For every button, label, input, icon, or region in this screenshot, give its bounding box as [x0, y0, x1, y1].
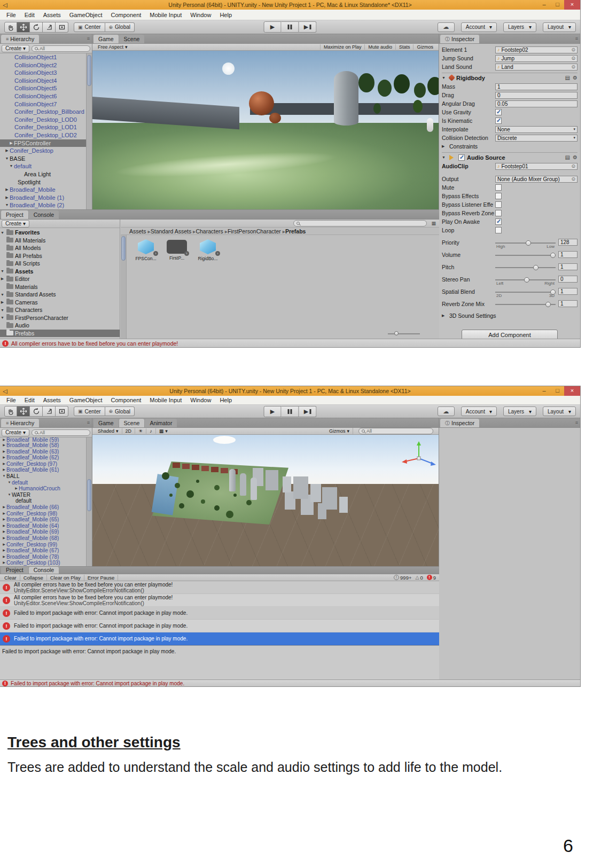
project-tree-item[interactable]: ▼Standard Assets: [0, 291, 120, 299]
layout-dropdown[interactable]: Layout▾: [543, 22, 576, 32]
menu-item[interactable]: Help: [215, 12, 236, 18]
slider-value[interactable]: 0: [558, 276, 577, 283]
fold-arrow-icon[interactable]: ▶: [4, 194, 10, 202]
object-picker-icon[interactable]: ⊙: [571, 56, 575, 61]
layers-dropdown[interactable]: Layers▾: [503, 406, 536, 416]
dropdown-field[interactable]: None▾: [495, 126, 577, 133]
pivot-toggle-button[interactable]: ▣Center: [74, 22, 105, 32]
create-button[interactable]: Create▾: [2, 220, 29, 228]
menu-item[interactable]: Assets: [39, 397, 65, 403]
fold-arrow-icon[interactable]: ▶: [2, 455, 6, 461]
gear-icon[interactable]: ⚙: [573, 154, 577, 160]
hierarchy-item[interactable]: ▼BALL: [0, 473, 86, 480]
game-view-button[interactable]: Maximize on Play: [320, 44, 365, 50]
fold-arrow-icon[interactable]: [9, 53, 14, 61]
tab-hierarchy[interactable]: ≡Hierarchy: [1, 35, 39, 43]
cloud-button[interactable]: ☁: [438, 406, 455, 416]
reference-icon[interactable]: ▤: [565, 154, 570, 160]
project-search-input[interactable]: [293, 220, 427, 226]
hierarchy-item[interactable]: ▶Broadleaf_Mobile (1): [0, 194, 86, 202]
checkbox[interactable]: [495, 184, 502, 191]
gear-icon[interactable]: ⚙: [573, 75, 577, 81]
rotate-tool-button[interactable]: [30, 22, 43, 33]
hierarchy-item[interactable]: Conifer_Desktop_LOD0: [0, 116, 86, 124]
fold-arrow-icon[interactable]: ▶: [2, 548, 6, 554]
pause-button[interactable]: [282, 406, 299, 417]
slider-value[interactable]: 1: [558, 263, 577, 270]
hierarchy-item[interactable]: ▶Broadleaf_Mobile (64): [0, 523, 86, 529]
project-tree-item[interactable]: ▼FirstPersonCharacter: [0, 314, 120, 322]
space-toggle-button[interactable]: ⊕Global: [105, 22, 135, 32]
scene-search-input[interactable]: All: [358, 428, 433, 434]
fold-arrow-icon[interactable]: [9, 84, 14, 92]
layout-dropdown[interactable]: Layout▾: [543, 406, 576, 416]
hierarchy-item[interactable]: ▶Broadleaf_Mobile (65): [0, 517, 86, 523]
fold-arrow-icon[interactable]: ▶: [4, 147, 10, 155]
fold-arrow-icon[interactable]: ▼: [0, 269, 5, 273]
pause-button[interactable]: [282, 21, 299, 33]
hand-tool-button[interactable]: [4, 22, 17, 33]
step-button[interactable]: ▶: [299, 406, 317, 417]
component-enabled-checkbox[interactable]: [458, 154, 465, 161]
hierarchy-item[interactable]: CollisionObject4: [0, 77, 86, 85]
fold-arrow-icon[interactable]: ▶: [2, 504, 6, 511]
menu-item[interactable]: File: [2, 12, 20, 18]
fold-arrow-icon[interactable]: ▶: [2, 449, 6, 455]
project-tree-item[interactable]: All Prefabs: [0, 252, 120, 260]
sound-settings-foldout[interactable]: ▶3D Sound Settings: [442, 311, 577, 320]
fold-arrow-icon[interactable]: ▼: [2, 473, 6, 480]
cloud-button[interactable]: ☁: [438, 22, 455, 32]
fold-arrow-icon[interactable]: [19, 170, 24, 178]
fold-arrow-icon[interactable]: ▼: [7, 492, 12, 498]
object-picker-icon[interactable]: ⊙: [571, 176, 575, 182]
slider-track[interactable]: [495, 263, 556, 273]
value-field[interactable]: 0: [495, 92, 577, 99]
menu-item[interactable]: Assets: [39, 12, 65, 18]
hierarchy-item[interactable]: CollisionObject6: [0, 92, 86, 100]
search-input[interactable]: All: [32, 429, 90, 436]
fold-arrow-icon[interactable]: ▼: [0, 308, 5, 312]
hierarchy-item[interactable]: CollisionObject2: [0, 61, 86, 69]
object-picker-icon[interactable]: ⊙: [571, 163, 575, 169]
fold-arrow-icon[interactable]: ▶: [442, 314, 447, 318]
fold-arrow-icon[interactable]: ▼: [7, 480, 12, 486]
breadcrumb-segment[interactable]: Assets: [129, 228, 151, 234]
rect-tool-button[interactable]: [56, 406, 68, 417]
checkbox[interactable]: [495, 201, 502, 208]
project-tree-item[interactable]: ▼Characters: [0, 306, 120, 314]
status-bar[interactable]: ! Failed to import package with error: C…: [0, 679, 580, 686]
console-message[interactable]: ! Failed to import package with error: C…: [0, 607, 439, 620]
slider-value[interactable]: 1: [558, 251, 577, 258]
fold-arrow-icon[interactable]: [9, 77, 14, 85]
scene-viewport[interactable]: [92, 435, 439, 566]
view-tab[interactable]: Game: [93, 35, 119, 43]
fold-arrow-icon[interactable]: ▼: [0, 293, 5, 296]
slider-knob[interactable]: [394, 331, 399, 335]
fold-arrow-icon[interactable]: [9, 108, 14, 116]
checkbox[interactable]: [495, 193, 502, 199]
slider-knob[interactable]: [545, 302, 551, 307]
value-field[interactable]: 0.05: [495, 100, 577, 107]
info-count-badge[interactable]: !999+: [394, 575, 411, 581]
object-field[interactable]: ♪Footstep02⊙: [495, 46, 577, 53]
minimize-button[interactable]: –: [537, 0, 551, 10]
tab-inspector[interactable]: ⓘInspector: [440, 35, 479, 43]
fold-arrow-icon[interactable]: ▶: [2, 442, 6, 449]
scrollbar-thumb[interactable]: [87, 55, 91, 86]
breadcrumb-segment[interactable]: Characters: [196, 228, 228, 234]
hierarchy-item[interactable]: ▶Broadleaf_Mobile (66): [0, 504, 86, 511]
hierarchy-scrollbar[interactable]: [86, 437, 92, 566]
fold-arrow-icon[interactable]: ▶: [9, 139, 14, 147]
hierarchy-item[interactable]: Area Light: [0, 170, 86, 178]
console-button[interactable]: Clear: [1, 575, 20, 581]
game-view-button[interactable]: Mute audio: [364, 44, 395, 50]
title-bar[interactable]: ◁ Unity Personal (64bit) - UNITY.unity -…: [0, 386, 580, 396]
dropdown-field[interactable]: Discrete▾: [495, 135, 577, 142]
hierarchy-item[interactable]: ▶Conifer_Desktop (103): [0, 560, 86, 566]
reference-icon[interactable]: ▤: [565, 75, 570, 81]
expand-icon[interactable]: ›: [215, 251, 220, 256]
menu-item[interactable]: Help: [215, 397, 236, 403]
effects-dropdown-icon[interactable]: ▦ ▾: [155, 428, 171, 434]
asset-item[interactable]: › FirstP...: [163, 239, 190, 261]
fold-arrow-icon[interactable]: ▼: [0, 316, 5, 319]
